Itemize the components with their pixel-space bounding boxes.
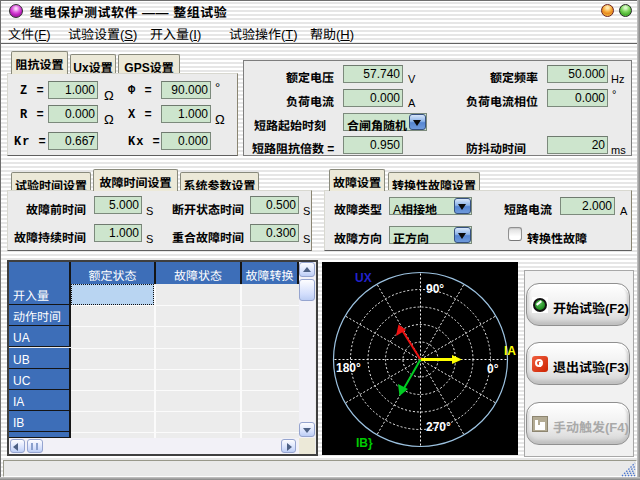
svg-text:IB}: IB} — [356, 436, 373, 450]
svg-text:270°: 270° — [426, 420, 451, 434]
svg-text:0°: 0° — [487, 362, 499, 376]
svg-text:90°: 90° — [426, 282, 444, 296]
svg-text:UX: UX — [355, 271, 372, 285]
svg-text:IA: IA — [504, 344, 516, 358]
svg-text:180°: 180° — [336, 361, 361, 375]
